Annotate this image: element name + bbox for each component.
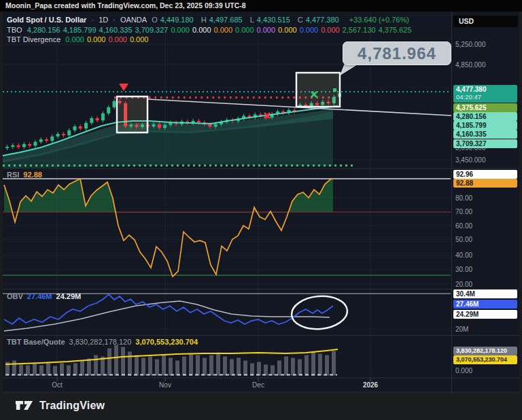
volume-bar (60, 364, 64, 376)
attribution-text: Moonin_Papa created with TradingView.com… (5, 1, 246, 10)
volume-bar (298, 360, 302, 376)
volume-bar (128, 352, 132, 376)
volume-bar (304, 355, 309, 376)
volume-bar (196, 355, 200, 376)
tbo-value: 0.000 (321, 26, 340, 34)
tradingview-logo-icon (15, 399, 34, 412)
candle (84, 123, 88, 128)
tbt-value2: 3,070,553,230.704 (135, 338, 198, 346)
tbt-divergence-value: 0.000 (130, 35, 149, 43)
interval-label[interactable]: 1D (99, 16, 108, 24)
volume-bar (67, 366, 71, 376)
tbt-divergence-label[interactable]: TBT Divergence (7, 35, 60, 43)
dot-marker (333, 88, 336, 92)
volume-bar (141, 358, 145, 376)
tbt-divergence-value: 0.000 (108, 35, 127, 43)
volume-bar (19, 365, 23, 376)
scale-label: 5,250.000 (455, 41, 486, 48)
ohlc-pair: L4,430.515 (250, 16, 293, 24)
tbo-value: 0.000 (257, 26, 276, 34)
scale-label: 70.00 (455, 208, 472, 215)
time-axis-label: 2026 (363, 381, 378, 389)
volume-bar (182, 357, 186, 376)
tradingview-watermark: TradingView (15, 399, 105, 412)
volume-bar (257, 362, 261, 376)
volume-bar (155, 360, 159, 376)
candle (67, 130, 71, 135)
price-tag: 24.29M (453, 310, 517, 319)
obv-title[interactable]: OBV (7, 292, 23, 300)
symbol-title[interactable]: Gold Spot / U.S. Dollar (7, 16, 86, 24)
candle (197, 121, 201, 122)
obv-value: 27.46M (27, 292, 52, 300)
scale-label: 20.00 (455, 281, 472, 288)
exchange-label[interactable]: OANDA (120, 16, 147, 24)
currency-usd-button[interactable]: USD (453, 16, 518, 27)
tbo-value: 0.000 (214, 26, 233, 34)
tradingview-export: { "top_bar": { "attribution": "Moonin_Pa… (0, 0, 522, 420)
candle (62, 134, 65, 135)
candle (107, 107, 110, 113)
volume-bar (216, 353, 220, 376)
scale-label: 40.00 (455, 251, 472, 259)
candle (96, 118, 99, 120)
volume-bar (223, 357, 227, 376)
tbt-divergence-values: 0.0000.0000.0000.000 (65, 35, 151, 43)
price-tag: 27.46M (453, 300, 517, 309)
scale-label: 3,450.000 (455, 156, 486, 164)
candle (79, 126, 82, 128)
time-axis-label: Oct (52, 381, 63, 389)
scale-label: 50.00 (455, 236, 472, 243)
candle (5, 147, 9, 148)
tbo-label[interactable]: TBO (7, 26, 22, 34)
candle (90, 118, 93, 123)
volume-bar (135, 355, 139, 376)
volume-bar (230, 360, 234, 376)
volume-bar (12, 361, 16, 376)
tbo-value: 4,160.335 (99, 26, 133, 34)
volume-bar (114, 345, 118, 376)
tbo-value: 0.000 (278, 26, 297, 34)
candle (22, 144, 26, 147)
highlight-box (117, 97, 147, 133)
tbo-values: 4,280.1564,185.7994,160.3353,709.3270.00… (27, 26, 415, 34)
volume-bar (53, 366, 57, 376)
price-tag: 92.88 (453, 179, 517, 188)
volume-bar (271, 366, 275, 376)
time-axis-label: Nov (159, 381, 171, 389)
ohlc-pair: H4,497.685 (201, 16, 245, 24)
volume-bar (243, 361, 247, 376)
tbt-title[interactable]: TBT Base/Quote (7, 338, 65, 346)
candle (11, 145, 14, 147)
price-tag: 3,709.327 (453, 139, 517, 148)
volume-bar (33, 364, 37, 376)
obv-ma-value: 24.29M (56, 292, 82, 300)
separator-dot: · (91, 16, 94, 24)
candle (208, 124, 211, 127)
volume-bar (148, 357, 152, 376)
tbo-value: 0.000 (300, 26, 319, 34)
price-tag: 30.4M (453, 290, 517, 298)
rsi-title[interactable]: RSI (7, 171, 19, 179)
volume-bar (26, 366, 30, 376)
candle (45, 139, 48, 141)
volume-bar (332, 351, 336, 376)
volume-bar (311, 353, 315, 376)
volume-bar (237, 358, 241, 376)
price-tag: 3,070,553,230.704 (453, 355, 517, 364)
tbo-value: 4,375.625 (379, 26, 412, 34)
time-axis-label: Dec (252, 381, 264, 389)
scale-label: 60.00 (455, 222, 472, 230)
candle (17, 145, 20, 147)
volume-bar (107, 349, 111, 376)
volume-bar (291, 358, 295, 376)
candle (73, 126, 76, 130)
volume-bar (94, 355, 98, 376)
candle (39, 139, 43, 142)
price-tag: 4,375.625 (453, 103, 517, 112)
candle (113, 101, 116, 107)
ohlc-pair: O4,449.180 (152, 16, 196, 24)
attribution-bar: Moonin_Papa created with TradingView.com… (0, 0, 522, 12)
tradingview-logo-text: TradingView (39, 400, 105, 412)
sell-arrow-icon (119, 84, 128, 91)
